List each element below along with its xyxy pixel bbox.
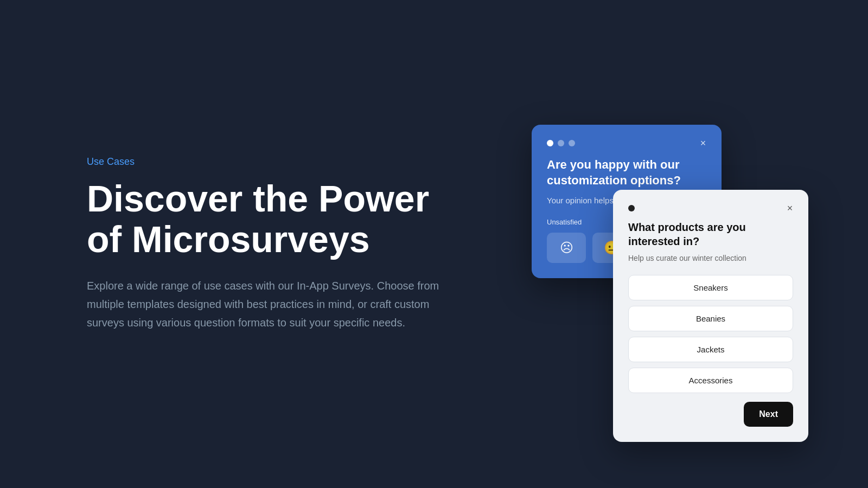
use-cases-label: Use Cases (87, 156, 445, 168)
left-content: Use Cases Discover the Power of Microsur… (0, 156, 488, 332)
next-button[interactable]: Next (744, 402, 793, 427)
emoji-sad-button[interactable]: ☹ (547, 233, 586, 263)
white-survey-card: × What products are you interested in? H… (613, 190, 808, 442)
white-card-dot (628, 205, 635, 211)
white-card-subtitle: Help us curate our winter collection (628, 253, 793, 264)
white-card-question: What products are you interested in? (628, 220, 793, 248)
option-beanies-button[interactable]: Beanies (628, 306, 793, 331)
dot-1 (547, 140, 553, 146)
blue-card-question: Are you happy with our customization opt… (547, 157, 706, 188)
option-sneakers-button[interactable]: Sneakers (628, 275, 793, 300)
description: Explore a wide range of use cases with o… (87, 277, 445, 332)
dot-2 (558, 140, 564, 146)
main-title: Discover the Power of Microsurveys (87, 178, 445, 260)
page-container: Use Cases Discover the Power of Microsur… (0, 0, 868, 488)
option-accessories-button[interactable]: Accessories (628, 368, 793, 393)
right-content: × Are you happy with our customization o… (488, 81, 868, 407)
blue-card-close-button[interactable]: × (695, 136, 711, 151)
option-jackets-button[interactable]: Jackets (628, 337, 793, 362)
white-card-close-button[interactable]: × (782, 201, 797, 216)
progress-dots (547, 140, 706, 146)
dot-3 (569, 140, 575, 146)
